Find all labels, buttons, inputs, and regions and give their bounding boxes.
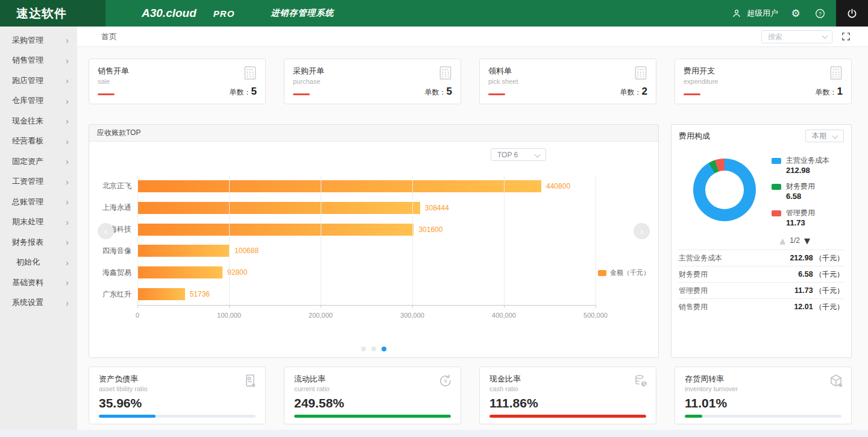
summary-card: 销售开单 sale 单数：5: [89, 58, 266, 104]
sidebar-item-label: 期末处理: [12, 216, 43, 227]
gridline: [321, 175, 321, 305]
ratio-card: 现金比率 cash ratio 111.86%: [479, 366, 656, 424]
fullscreen-icon[interactable]: [841, 31, 852, 42]
sidebar-item-label: 总账管理: [12, 196, 43, 207]
expense-unit: （千元）: [813, 286, 844, 295]
chevron-right-icon: ›: [66, 298, 69, 307]
card-count: 单数：5: [230, 86, 257, 98]
axis-tick: [412, 305, 413, 308]
search-input[interactable]: [761, 30, 832, 43]
bar-row: 广东红升 51736: [137, 288, 596, 300]
user-name: 超级用户: [747, 8, 778, 19]
chevron-right-icon: ›: [66, 76, 69, 85]
chevron-right-icon: ›: [66, 177, 69, 186]
chevron-right-icon: ›: [66, 56, 69, 65]
sidebar-item[interactable]: 跑店管理 ›: [0, 71, 77, 91]
panel-title: 应收账款TOP: [89, 125, 658, 142]
header-titles: A30.cloud PRO 进销存管理系统: [105, 0, 730, 27]
logout-power-button[interactable]: [836, 0, 868, 27]
axis-tick: [137, 305, 138, 308]
legend-swatch: [772, 158, 781, 164]
sidebar-item-label: 财务报表: [12, 237, 43, 248]
expense-label: 管理费用: [679, 286, 708, 296]
bar-value-label: 308444: [425, 204, 449, 212]
sidebar-item[interactable]: 基础资料 ›: [0, 272, 77, 293]
carousel-prev-icon[interactable]: ‹: [98, 223, 114, 239]
x-tick-label: 100,000: [217, 312, 241, 319]
legend-label: 主营业务成本: [786, 156, 829, 165]
sidebar-item[interactable]: 工资管理 ›: [0, 172, 77, 192]
top-n-select[interactable]: TOP 6: [491, 148, 546, 161]
sidebar-item[interactable]: 采购管理 ›: [0, 30, 77, 51]
chevron-down-icon: [832, 133, 838, 139]
gridline: [596, 175, 596, 305]
bar-value-label: 440800: [546, 182, 570, 190]
search-combobox[interactable]: [761, 30, 832, 43]
count-value: 1: [837, 86, 843, 97]
sidebar-item-label: 工资管理: [12, 176, 43, 187]
calculator-icon: [438, 65, 453, 83]
card-count: 单数：2: [620, 86, 647, 98]
page-up-icon[interactable]: ▲: [779, 237, 785, 245]
carousel-dot[interactable]: [361, 347, 366, 351]
invoice-icon: [242, 373, 258, 391]
bar-row: 洪海科技 301600: [137, 224, 596, 236]
sidebar-item-label: 采购管理: [12, 35, 43, 46]
legend-label: 金额（千元）: [610, 268, 650, 277]
card-subtitle: asset libility ratio: [99, 385, 256, 392]
help-icon[interactable]: ?: [813, 7, 826, 20]
sidebar-item[interactable]: 固定资产 ›: [0, 151, 77, 172]
sidebar-item[interactable]: 销售管理 ›: [0, 51, 77, 71]
refresh-icon: ¥: [438, 373, 453, 391]
axis-tick: [229, 305, 230, 308]
sidebar-item[interactable]: 现金往来 ›: [0, 111, 77, 131]
carousel-next-icon[interactable]: ›: [634, 223, 650, 239]
sidebar-item[interactable]: 财务报表 ›: [0, 232, 77, 253]
sidebar-item[interactable]: 初始化 ›: [0, 253, 77, 273]
chevron-right-icon: ›: [66, 137, 69, 146]
ratio-value: 11.01%: [685, 396, 841, 410]
carousel-dot[interactable]: [382, 347, 386, 351]
ratio-value: 35.96%: [99, 396, 256, 410]
receivables-chart-body: TOP 6 北京正飞 440800 上海永通 308444 洪海科技 30160…: [89, 142, 658, 357]
carousel-dot[interactable]: [371, 347, 376, 351]
breadcrumb-home[interactable]: 首页: [101, 31, 117, 42]
period-select[interactable]: 本期: [805, 130, 844, 142]
accent-dash: [684, 93, 700, 95]
user-menu[interactable]: 超级用户: [730, 7, 778, 20]
page-indicator: 1/2: [790, 236, 800, 245]
settings-gear-icon[interactable]: ⚙: [789, 7, 802, 20]
expense-row: 销售费用 12.01 （千元）: [679, 298, 844, 315]
card-subtitle: sale: [98, 78, 257, 85]
count-label: 单数：: [620, 88, 642, 96]
bar-category-label: 海鑫贸易: [102, 268, 131, 278]
bar-category-label: 广东红升: [102, 289, 131, 300]
brand-logo: 速达软件: [0, 0, 105, 27]
progress-track: [294, 415, 451, 418]
x-tick-label: 200,000: [309, 312, 333, 319]
legend-swatch: [598, 270, 606, 276]
bar-row: 北京正飞 440800: [137, 180, 596, 192]
sidebar-item[interactable]: 系统设置 ›: [0, 293, 77, 313]
count-value: 5: [447, 86, 452, 97]
app-body: 采购管理 › 销售管理 › 跑店管理 › 仓库管理 › 现金往来 › 经营看板 …: [0, 27, 868, 430]
summary-card: 采购开单 purchase 单数：5: [284, 58, 461, 104]
bar: [137, 288, 185, 300]
expense-unit: （千元）: [813, 254, 844, 262]
card-count: 单数：1: [816, 86, 843, 98]
page-down-icon[interactable]: ▼: [804, 237, 810, 245]
donut-legend-item: 财务费用6.58: [772, 182, 829, 201]
sidebar-item[interactable]: 期末处理 ›: [0, 212, 77, 233]
sidebar-item-label: 固定资产: [12, 156, 43, 167]
expense-unit: （千元）: [813, 303, 844, 311]
sidebar-item[interactable]: 仓库管理 ›: [0, 91, 77, 112]
calculator-icon: [242, 65, 258, 83]
expense-amount: 6.58: [798, 270, 813, 278]
sidebar-item[interactable]: 总账管理 ›: [0, 192, 77, 212]
sidebar-item[interactable]: 经营看板 ›: [0, 131, 77, 152]
count-label: 单数：: [230, 88, 251, 96]
card-title: 销售开单: [98, 66, 257, 77]
bar-row: 海鑫贸易 92800: [137, 266, 596, 278]
ratio-value: 111.86%: [489, 396, 646, 410]
x-tick-label: 300,000: [400, 312, 424, 319]
